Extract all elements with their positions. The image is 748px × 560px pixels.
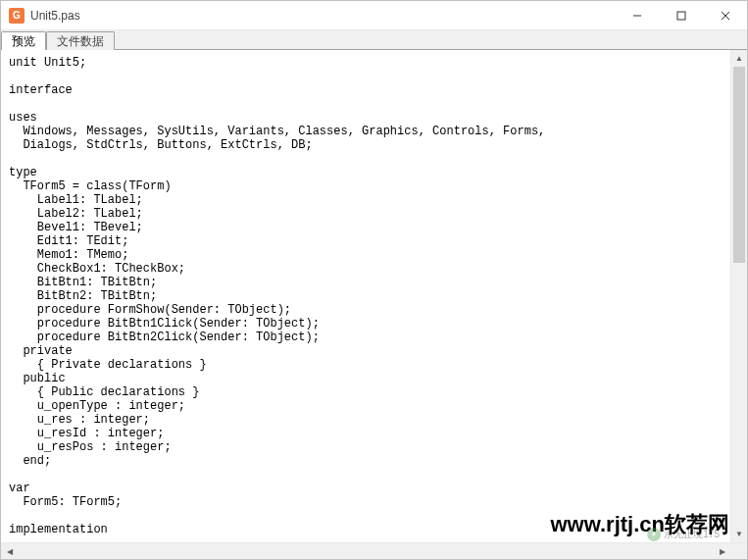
vertical-scroll-thumb[interactable] — [733, 67, 745, 263]
scroll-up-arrow-icon[interactable]: ▲ — [731, 50, 747, 67]
horizontal-scroll-track[interactable] — [18, 543, 714, 559]
scroll-corner — [730, 543, 747, 559]
code-view[interactable]: unit Unit5; interface uses Windows, Mess… — [1, 50, 730, 542]
content-area: unit Unit5; interface uses Windows, Mess… — [1, 50, 747, 542]
tab-preview[interactable]: 预览 — [1, 31, 46, 50]
title-bar: G Unit5.pas — [1, 1, 747, 30]
window-controls — [615, 1, 747, 29]
tab-bar: 预览 文件数据 — [1, 30, 747, 50]
app-icon: G — [9, 8, 25, 24]
window-title: Unit5.pas — [30, 9, 615, 23]
scroll-down-arrow-icon[interactable]: ▼ — [731, 526, 747, 542]
vertical-scroll-track[interactable] — [731, 67, 747, 526]
svg-rect-1 — [677, 12, 685, 20]
maximize-button[interactable] — [659, 1, 703, 29]
horizontal-scrollbar[interactable]: ◀ ▶ — [1, 542, 747, 559]
minimize-button[interactable] — [615, 1, 659, 29]
scroll-left-arrow-icon[interactable]: ◀ — [1, 543, 18, 559]
vertical-scrollbar[interactable]: ▲ ▼ — [730, 50, 747, 542]
tab-filedata[interactable]: 文件数据 — [46, 31, 115, 50]
scroll-right-arrow-icon[interactable]: ▶ — [714, 543, 730, 559]
close-button[interactable] — [703, 1, 747, 29]
